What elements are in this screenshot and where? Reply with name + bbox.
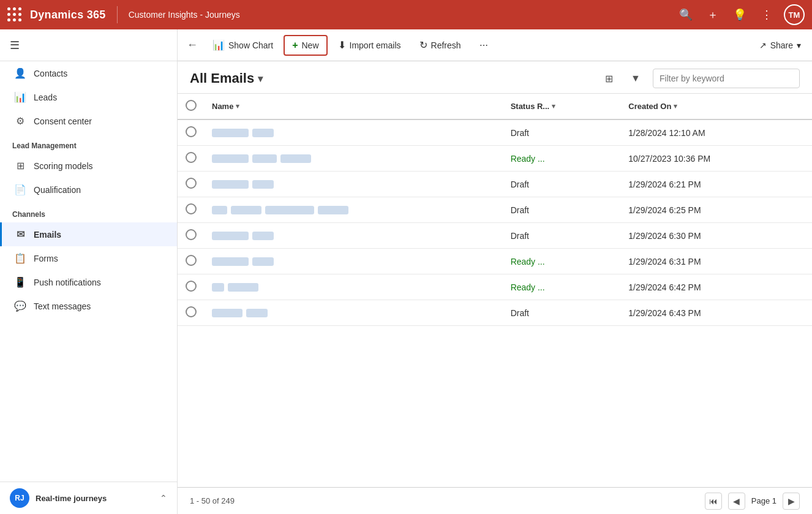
table-header-row: Name ▾ Status R... ▾ Cre bbox=[178, 94, 812, 119]
sort-status-icon: ▾ bbox=[552, 102, 555, 110]
qualification-icon: 📄 bbox=[14, 184, 26, 195]
scoring-models-icon: ⊞ bbox=[14, 160, 26, 172]
name-blur-block bbox=[318, 206, 348, 214]
share-button[interactable]: ↗ Share ▾ bbox=[753, 37, 807, 54]
import-emails-button[interactable]: ⬇ Import emails bbox=[330, 35, 409, 55]
sidebar-item-contacts[interactable]: 👤 Contacts bbox=[0, 61, 177, 85]
filter-icon[interactable]: ▼ bbox=[626, 69, 645, 88]
row-created-on-cell: 1/29/2024 6:25 PM bbox=[621, 197, 812, 223]
view-title-chevron-icon[interactable]: ▾ bbox=[258, 73, 263, 85]
sidebar-item-text-label: Text messages bbox=[34, 301, 91, 311]
refresh-button[interactable]: ↻ Refresh bbox=[412, 35, 469, 55]
row-status-cell: Draft bbox=[503, 197, 622, 223]
row-name-cell[interactable] bbox=[205, 197, 503, 223]
row-name-cell[interactable] bbox=[205, 119, 503, 146]
row-select-cell bbox=[178, 223, 205, 249]
table-row[interactable]: Draft1/28/2024 12:10 AM bbox=[178, 119, 812, 146]
contacts-icon: 👤 bbox=[14, 67, 26, 79]
row-status-cell: Draft bbox=[503, 223, 622, 249]
row-status-cell: Ready ... bbox=[503, 249, 622, 274]
sort-created-on-icon: ▾ bbox=[674, 102, 677, 110]
sidebar-bottom-chevron-icon: ⌃ bbox=[160, 493, 167, 503]
name-blur-block bbox=[228, 283, 258, 292]
table-row[interactable]: Draft1/29/2024 6:25 PM bbox=[178, 197, 812, 223]
next-page-button[interactable]: ▶ bbox=[783, 493, 800, 510]
row-checkbox[interactable] bbox=[186, 229, 197, 240]
page-label: Page 1 bbox=[751, 496, 776, 505]
sidebar-item-consent-center[interactable]: ⚙ Consent center bbox=[0, 109, 177, 133]
share-chevron-icon: ▾ bbox=[797, 40, 801, 50]
row-checkbox[interactable] bbox=[186, 178, 197, 189]
table-row[interactable]: Draft1/29/2024 6:30 PM bbox=[178, 223, 812, 249]
columns-config-icon[interactable]: ⊞ bbox=[599, 69, 618, 88]
row-select-cell bbox=[178, 119, 205, 146]
user-avatar[interactable]: TM bbox=[784, 4, 805, 25]
sidebar-item-scoring-models-label: Scoring models bbox=[34, 161, 93, 171]
sidebar-item-qualification-label: Qualification bbox=[34, 185, 81, 195]
row-name-cell[interactable] bbox=[205, 223, 503, 249]
row-created-on-cell: 1/29/2024 6:31 PM bbox=[621, 249, 812, 274]
row-checkbox[interactable] bbox=[186, 306, 197, 317]
row-checkbox[interactable] bbox=[186, 152, 197, 163]
row-select-cell bbox=[178, 300, 205, 326]
sidebar-top: ☰ bbox=[0, 29, 177, 61]
row-status-cell: Ready ... bbox=[503, 146, 622, 172]
row-checkbox[interactable] bbox=[186, 126, 197, 137]
sidebar-item-forms[interactable]: 📋 Forms bbox=[0, 246, 177, 270]
table-row[interactable]: Ready ...1/29/2024 6:42 PM bbox=[178, 274, 812, 300]
sort-created-on-button[interactable]: Created On ▾ bbox=[628, 102, 677, 111]
table-row[interactable]: Ready ...10/27/2023 10:36 PM bbox=[178, 146, 812, 172]
name-blur-block bbox=[252, 232, 274, 240]
prev-page-button[interactable]: ◀ bbox=[728, 493, 745, 510]
back-button[interactable]: ← bbox=[182, 36, 202, 55]
show-chart-button[interactable]: 📊 Show Chart bbox=[205, 35, 281, 55]
table-row[interactable]: Draft1/29/2024 6:21 PM bbox=[178, 172, 812, 197]
sort-status-button[interactable]: Status R... ▾ bbox=[511, 102, 556, 111]
row-name-cell[interactable] bbox=[205, 300, 503, 326]
app-title: Dynamics 365 bbox=[30, 9, 106, 21]
emails-icon: ✉ bbox=[14, 229, 26, 240]
row-checkbox[interactable] bbox=[186, 255, 197, 266]
content-header: All Emails ▾ ⊞ ▼ bbox=[178, 61, 812, 94]
sidebar-item-leads[interactable]: 📊 Leads bbox=[0, 85, 177, 109]
hamburger-icon[interactable]: ☰ bbox=[10, 39, 20, 52]
new-button[interactable]: + New bbox=[284, 35, 327, 56]
sidebar-scroll-area: 👤 Contacts 📊 Leads ⚙ Consent center Lead… bbox=[0, 61, 177, 482]
sidebar-item-emails[interactable]: ✉ Emails bbox=[0, 222, 177, 246]
row-name-cell[interactable] bbox=[205, 274, 503, 300]
sidebar-item-emails-label: Emails bbox=[34, 230, 61, 240]
first-page-button[interactable]: ⏮ bbox=[705, 493, 722, 510]
table-row[interactable]: Ready ...1/29/2024 6:31 PM bbox=[178, 249, 812, 274]
sidebar-item-scoring-models[interactable]: ⊞ Scoring models bbox=[0, 154, 177, 178]
filter-input[interactable] bbox=[653, 69, 800, 88]
sidebar-bottom[interactable]: RJ Real-time journeys ⌃ bbox=[0, 482, 177, 514]
row-name-cell[interactable] bbox=[205, 172, 503, 197]
search-icon[interactable]: 🔍 bbox=[676, 5, 696, 25]
row-checkbox[interactable] bbox=[186, 281, 197, 292]
row-created-on-cell: 1/29/2024 6:43 PM bbox=[621, 300, 812, 326]
row-name-cell[interactable] bbox=[205, 146, 503, 172]
more-options-icon[interactable]: ⋮ bbox=[757, 5, 776, 25]
row-name-cell[interactable] bbox=[205, 249, 503, 274]
row-checkbox[interactable] bbox=[186, 203, 197, 214]
col-name: Name ▾ bbox=[205, 94, 503, 119]
sidebar-item-text-messages[interactable]: 💬 Text messages bbox=[0, 294, 177, 318]
row-select-cell bbox=[178, 274, 205, 300]
lightbulb-icon[interactable]: 💡 bbox=[730, 5, 750, 25]
sort-name-button[interactable]: Name ▾ bbox=[212, 102, 239, 111]
channels-section-label: Channels bbox=[0, 202, 177, 222]
forms-icon: 📋 bbox=[14, 252, 26, 264]
app-launcher-icon[interactable] bbox=[7, 7, 23, 23]
sidebar-item-push-notifications[interactable]: 📱 Push notifications bbox=[0, 270, 177, 294]
select-all-checkbox[interactable] bbox=[186, 100, 197, 111]
add-icon[interactable]: ＋ bbox=[703, 5, 723, 25]
sidebar-item-qualification[interactable]: 📄 Qualification bbox=[0, 178, 177, 202]
row-created-on-cell: 1/28/2024 12:10 AM bbox=[621, 119, 812, 146]
table-body: Draft1/28/2024 12:10 AMReady ...10/27/20… bbox=[178, 119, 812, 326]
name-blur-block bbox=[212, 129, 249, 137]
pagination-range: 1 - 50 of 249 bbox=[190, 496, 235, 505]
row-created-on-cell: 10/27/2023 10:36 PM bbox=[621, 146, 812, 172]
more-button[interactable]: ⋯ bbox=[472, 36, 496, 55]
table-row[interactable]: Draft1/29/2024 6:43 PM bbox=[178, 300, 812, 326]
col-created-on: Created On ▾ bbox=[621, 94, 812, 119]
